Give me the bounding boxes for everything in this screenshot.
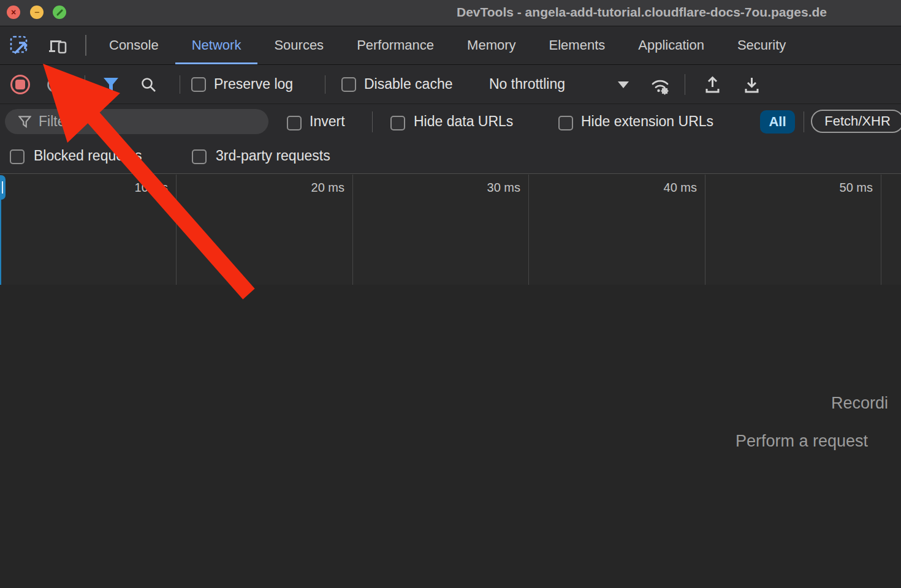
overview-drag-handle[interactable]	[0, 175, 6, 200]
invert-label: Invert	[310, 113, 345, 130]
clear-network-log-button[interactable]	[47, 77, 63, 93]
inspect-cursor-icon	[9, 35, 30, 56]
tab-console[interactable]: Console	[93, 26, 175, 64]
filter-type-all-chip[interactable]: All	[760, 110, 795, 134]
hide-extension-urls-label: Hide extension URLs	[581, 113, 713, 130]
toolbar-separator	[325, 75, 325, 94]
zoom-window-button[interactable]	[53, 6, 66, 19]
filter-separator	[372, 111, 373, 132]
close-window-button[interactable]: ×	[7, 6, 20, 19]
requests-panel: Recordi Perform a request	[0, 285, 901, 588]
tabbar-separator	[85, 35, 86, 56]
overview-handle-line	[0, 200, 1, 285]
disable-cache-label: Disable cache	[364, 76, 452, 92]
toolbar-separator	[685, 74, 685, 95]
timeline-gridline	[352, 175, 353, 285]
tab-security[interactable]: Security	[721, 26, 802, 64]
filter-funnel-button[interactable]	[102, 77, 120, 93]
tab-application[interactable]: Application	[622, 26, 721, 64]
import-har-button[interactable]	[702, 75, 723, 95]
filter-funnel-small-icon	[18, 116, 31, 128]
filter-separator	[804, 111, 804, 132]
third-party-requests-checkbox[interactable]	[192, 149, 207, 164]
network-filter-row-2: Blocked requests 3rd-party requests	[0, 140, 901, 173]
window-title: DevTools - angela-add-tutorial.cloudflar…	[457, 5, 827, 20]
tab-memory[interactable]: Memory	[450, 26, 532, 64]
hide-data-urls-label: Hide data URLs	[414, 113, 513, 130]
tab-sources[interactable]: Sources	[257, 26, 340, 64]
preserve-log-label: Preserve log	[214, 76, 293, 92]
third-party-requests-label: 3rd-party requests	[216, 148, 330, 164]
network-filter-row: Invert Hide data URLs Hide extension URL…	[0, 104, 901, 140]
devtools-window: × − DevTools - angela-add-tutorial.cloud…	[0, 0, 901, 588]
filter-input[interactable]	[37, 113, 242, 130]
minimize-window-button[interactable]: −	[30, 6, 44, 19]
tab-strip: Console Network Sources Performance Memo…	[93, 26, 802, 64]
blocked-requests-checkbox[interactable]	[10, 149, 25, 164]
zoom-disabled-icon	[56, 9, 63, 15]
title-bar: × − DevTools - angela-add-tutorial.cloud…	[0, 0, 901, 26]
timeline-gridline	[528, 175, 529, 285]
hide-data-urls-checkbox[interactable]	[390, 116, 405, 130]
timeline-gridline	[881, 175, 881, 285]
empty-state-instruction-text: Perform a request	[736, 432, 868, 451]
export-har-button[interactable]	[742, 75, 762, 95]
throttling-dropdown-caret-icon[interactable]	[618, 81, 629, 88]
network-overview-timeline[interactable]: 10 ms 20 ms 30 ms 40 ms 50 ms	[0, 173, 901, 286]
disable-cache-checkbox[interactable]	[341, 77, 356, 92]
filter-type-fetch-xhr-chip[interactable]: Fetch/XHR	[811, 110, 901, 133]
network-conditions-button[interactable]	[648, 74, 672, 97]
timeline-tick-label: 40 ms	[623, 181, 697, 195]
tab-elements[interactable]: Elements	[533, 26, 622, 64]
timeline-tick-label: 10 ms	[94, 181, 168, 195]
network-toolbar: Preserve log Disable cache No throttling	[0, 65, 901, 104]
filter-input-pill	[5, 109, 268, 134]
search-button[interactable]	[140, 77, 157, 93]
timeline-tick-label: 30 ms	[447, 181, 520, 195]
timeline-tick-label: 50 ms	[799, 181, 873, 195]
toggle-device-toolbar-button[interactable]	[47, 34, 69, 56]
record-network-log-button[interactable]	[10, 75, 30, 94]
preserve-log-checkbox[interactable]	[191, 77, 206, 92]
timeline-tick-label: 20 ms	[271, 181, 344, 195]
inspect-element-button[interactable]	[9, 34, 31, 56]
empty-state-recording-text: Recordi	[831, 394, 888, 413]
toolbar-separator	[85, 75, 85, 94]
tab-network[interactable]: Network	[175, 26, 258, 64]
blocked-requests-label: Blocked requests	[34, 148, 142, 164]
timeline-gridline	[705, 175, 705, 285]
timeline-gridline	[176, 175, 177, 285]
toolbar-separator	[180, 75, 180, 94]
devtools-tab-bar: Console Network Sources Performance Memo…	[0, 26, 901, 65]
throttling-select[interactable]: No throttling	[489, 76, 565, 92]
device-toolbar-icon	[47, 34, 69, 56]
tab-performance[interactable]: Performance	[340, 26, 450, 64]
hide-extension-urls-checkbox[interactable]	[558, 116, 573, 130]
invert-checkbox[interactable]	[287, 116, 302, 130]
